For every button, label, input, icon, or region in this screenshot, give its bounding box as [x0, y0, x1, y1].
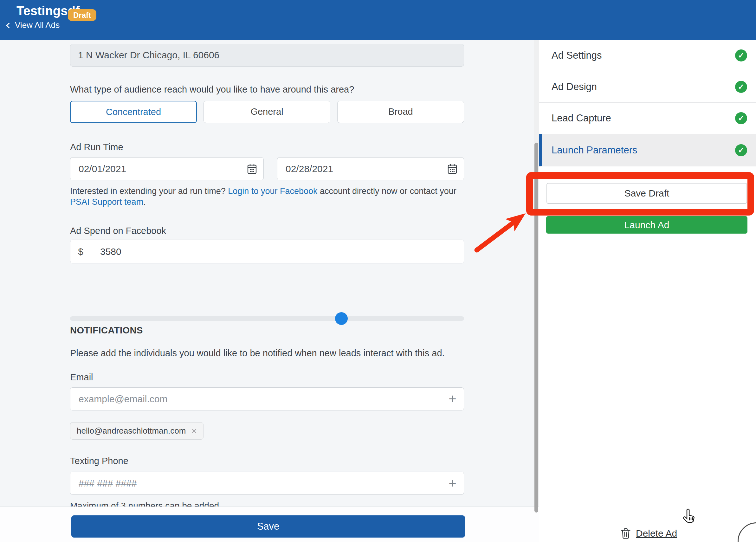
save-button[interactable]: Save [71, 515, 465, 538]
sidebar-item-launch-parameters[interactable]: Launch Parameters ✓ [539, 134, 756, 166]
note-text: . [143, 197, 146, 207]
calendar-icon[interactable] [441, 158, 464, 180]
psai-support-link[interactable]: PSAI Support team [70, 197, 143, 207]
app-header: Testingsdf Draft View All Ads [0, 0, 756, 40]
remove-email-icon[interactable]: × [191, 426, 197, 436]
view-all-ads-link[interactable]: View All Ads [7, 20, 60, 30]
status-badge: Draft [68, 9, 96, 21]
steps-sidebar: Ad Settings ✓ Ad Design ✓ Lead Capture ✓… [539, 40, 756, 542]
sidebar-item-label: Lead Capture [552, 113, 611, 124]
texting-phone-input[interactable] [70, 472, 441, 494]
texting-phone-label: Texting Phone [70, 456, 128, 466]
completed-check-icon: ✓ [735, 81, 747, 93]
extend-run-time-note: Interested in extending your ad run time… [70, 186, 466, 207]
sidebar-item-lead-capture[interactable]: Lead Capture ✓ [539, 103, 756, 134]
notifications-heading: NOTIFICATIONS [70, 325, 143, 336]
launch-parameters-form: 1 N Wacker Dr Chicago, IL 60606 What typ… [0, 40, 539, 542]
sidebar-item-ad-settings[interactable]: Ad Settings ✓ [539, 40, 756, 71]
app-screen: Testingsdf Draft View All Ads 1 N Wacker… [0, 0, 756, 542]
facebook-login-link[interactable]: Login to your Facebook [228, 186, 317, 196]
notifications-description: Please add the individuals you would lik… [70, 348, 482, 358]
add-phone-button[interactable]: + [441, 472, 464, 494]
audience-option-broad[interactable]: Broad [337, 101, 464, 123]
start-date-value: 02/01/2021 [70, 158, 241, 180]
chevron-left-icon [6, 23, 12, 28]
spend-slider-thumb[interactable] [335, 312, 348, 325]
sidebar-item-ad-design[interactable]: Ad Design ✓ [539, 71, 756, 103]
email-input[interactable] [70, 388, 441, 410]
end-date-value: 02/28/2021 [277, 158, 441, 180]
audience-option-general[interactable]: General [204, 101, 330, 123]
end-date-input[interactable]: 02/28/2021 [277, 157, 464, 180]
plus-icon: + [449, 391, 456, 407]
phone-inputbox: + [70, 472, 464, 495]
plus-icon: + [449, 476, 456, 491]
ad-spend-slider[interactable] [70, 316, 464, 321]
ad-spend-inputbox: $ [70, 240, 464, 263]
audience-question: What type of audience reach would you li… [70, 84, 354, 95]
sidebar-item-label: Ad Design [552, 81, 597, 93]
audience-option-concentrated[interactable]: Concentrated [70, 101, 197, 123]
add-email-button[interactable]: + [441, 388, 464, 410]
ad-spend-input[interactable] [91, 240, 464, 263]
delete-ad-action[interactable]: Delete Ad [621, 528, 677, 539]
launch-ad-button[interactable]: Launch Ad [546, 216, 747, 234]
email-chip: hello@andreaschlottman.com × [70, 422, 204, 440]
vertical-scrollbar-thumb[interactable] [534, 143, 538, 513]
back-link-label: View All Ads [15, 20, 60, 30]
email-inputbox: + [70, 387, 464, 410]
email-chip-text: hello@andreaschlottman.com [77, 426, 186, 436]
completed-check-icon: ✓ [735, 49, 747, 61]
completed-check-icon: ✓ [735, 112, 747, 124]
delete-ad-link[interactable]: Delete Ad [636, 528, 677, 539]
trash-icon [621, 528, 631, 539]
ad-spend-label: Ad Spend on Facebook [70, 226, 166, 236]
start-date-input[interactable]: 02/01/2021 [70, 157, 264, 180]
address-field: 1 N Wacker Dr Chicago, IL 60606 [70, 44, 464, 67]
form-footer: Save [0, 507, 539, 542]
sidebar-item-label: Ad Settings [552, 50, 602, 61]
note-text: account directly now or contact your [318, 186, 456, 196]
save-draft-button[interactable]: Save Draft [546, 183, 747, 204]
email-label: Email [70, 372, 93, 383]
currency-prefix: $ [70, 240, 91, 263]
completed-check-icon: ✓ [735, 144, 747, 156]
ad-run-time-label: Ad Run Time [70, 142, 123, 152]
note-text: Interested in extending your ad run time… [70, 186, 228, 196]
calendar-icon[interactable] [241, 158, 263, 180]
sidebar-item-label: Launch Parameters [552, 145, 637, 156]
